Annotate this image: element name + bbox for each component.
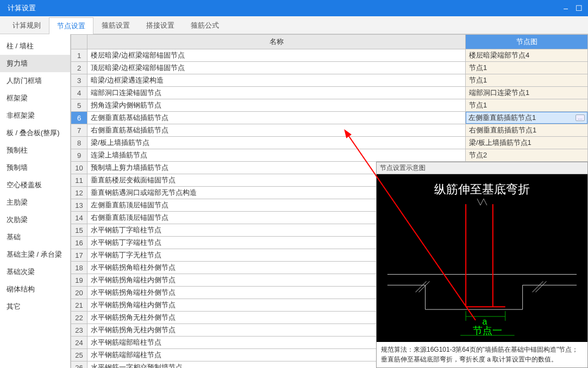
row-number: 11 [71,174,87,187]
sidebar-item-11[interactable]: 基础 [0,229,70,246]
cell-name[interactable]: 顶层暗梁/边框梁端部锚固节点 [87,62,466,74]
tabs-bar: 计算规则节点设置箍筋设置搭接设置箍筋公式 [0,16,588,34]
row-number: 18 [71,262,87,274]
cell-node[interactable]: 节点1 [466,99,588,112]
cell-editor[interactable]: 左侧垂直筋插筋节点1… [466,112,587,124]
cell-node[interactable]: 节点2 [466,149,588,162]
diagram-title: 节点设置示意图 [377,162,587,174]
sidebar-item-5[interactable]: 板 / 叠合板(整厚) [0,124,70,142]
table-row[interactable]: 9连梁上墙插筋节点节点2 [71,149,588,162]
sidebar-item-9[interactable]: 主肋梁 [0,194,70,211]
row-number: 7 [71,124,87,137]
row-number: 25 [71,349,87,361]
row-number: 20 [71,287,87,299]
sidebar-item-10[interactable]: 次肋梁 [0,211,70,229]
row-number: 15 [71,224,87,237]
table-row[interactable]: 1楼层暗梁/边框梁端部锚固节点楼层暗梁端部节点4 [71,49,588,62]
row-number: 2 [71,62,87,74]
sidebar-item-14[interactable]: 砌体结构 [0,281,70,298]
cell-node[interactable]: 梁/板上墙插筋节点1 [466,137,588,149]
row-number: 8 [71,137,87,149]
cell-node[interactable]: 节点1 [466,62,588,74]
row-number: 12 [71,187,87,199]
row-number: 6 [71,112,87,124]
row-number: 3 [71,74,87,87]
row-number: 10 [71,162,87,174]
cell-node[interactable]: 端部洞口连梁节点1 [466,87,588,99]
tab-3[interactable]: 搭接设置 [138,17,183,34]
cell-name[interactable]: 楼层暗梁/边框梁端部锚固节点 [87,49,466,62]
row-number: 14 [71,212,87,224]
sidebar-item-13[interactable]: 基础次梁 [0,263,70,281]
sidebar-item-15[interactable]: 其它 [0,298,70,315]
sidebar-item-8[interactable]: 空心楼盖板 [0,176,70,194]
sidebar-item-3[interactable]: 框架梁 [0,90,70,107]
cell-name[interactable]: 拐角连梁内侧钢筋节点 [87,99,466,112]
row-number: 23 [71,324,87,337]
cell-name[interactable]: 右侧垂直筋基础插筋节点 [87,124,466,137]
sidebar-item-2[interactable]: 人防门框墙 [0,72,70,90]
sidebar-item-0[interactable]: 柱 / 墙柱 [0,37,70,55]
row-number: 17 [71,249,87,262]
cell-node[interactable]: 左侧垂直筋插筋节点1… [466,112,588,124]
cell-name[interactable]: 暗梁/边框梁遇连梁构造 [87,74,466,87]
diagram-caption: 规范算法：来源16G101-3第64页的"墙插筋在基础中锚固构造"节点；垂直筋伸… [377,342,587,367]
maximize-button[interactable]: ☐ [576,4,583,12]
table-row[interactable]: 2顶层暗梁/边框梁端部锚固节点节点1 [71,62,588,74]
table-row[interactable]: 5拐角连梁内侧钢筋节点节点1 [71,99,588,112]
diagram-heading: 纵筋伸至基底弯折 [434,182,530,196]
tab-0[interactable]: 计算规则 [4,17,49,34]
row-number: 21 [71,299,87,312]
table-row[interactable]: 8梁/板上墙插筋节点梁/板上墙插筋节点1 [71,137,588,149]
diagram-svg: 纵筋伸至基底弯折 a 节点一 [377,174,587,342]
row-number: 16 [71,237,87,249]
cell-name[interactable]: 左侧垂直筋基础插筋节点 [87,112,466,124]
row-number: 22 [71,312,87,324]
minimize-button[interactable]: – [564,4,568,12]
sidebar-item-12[interactable]: 基础主梁 / 承台梁 [0,246,70,263]
window-controls: – ☐ [564,0,583,16]
cell-node[interactable]: 右侧垂直筋插筋节点1 [466,124,588,137]
cell-node[interactable]: 楼层暗梁端部节点4 [466,49,588,62]
row-number: 24 [71,337,87,349]
cell-editor-text: 左侧垂直筋插筋节点1 [468,113,536,123]
col-name-header: 名称 [87,35,466,49]
cell-name[interactable]: 连梁上墙插筋节点 [87,149,466,162]
sidebar-item-7[interactable]: 预制墙 [0,159,70,176]
diagram-pane: 节点设置示意图 纵筋伸至基底弯折 a 节点一 规范算法：来源16G101-3第6… [376,162,588,368]
tab-4[interactable]: 箍筋公式 [183,17,227,34]
tab-1[interactable]: 节点设置 [49,17,93,34]
table-row[interactable]: 4端部洞口连梁锚固节点端部洞口连梁节点1 [71,87,588,99]
row-number: 26 [71,361,87,369]
diagram-node-label: 节点一 [473,325,502,336]
row-number: 13 [71,199,87,212]
tab-2[interactable]: 箍筋设置 [93,17,138,34]
row-number: 1 [71,49,87,62]
row-number: 19 [71,274,87,287]
ellipsis-button[interactable]: … [576,115,585,121]
cell-name[interactable]: 端部洞口连梁锚固节点 [87,87,466,99]
sidebar-item-4[interactable]: 非框架梁 [0,107,70,124]
table-row[interactable]: 7右侧垂直筋基础插筋节点右侧垂直筋插筋节点1 [71,124,588,137]
sidebar: 柱 / 墙柱剪力墙人防门框墙框架梁非框架梁板 / 叠合板(整厚)预制柱预制墙空心… [0,34,71,368]
row-number: 4 [71,87,87,99]
row-number: 9 [71,149,87,162]
row-number: 5 [71,99,87,112]
cell-node[interactable]: 节点1 [466,74,588,87]
cell-name[interactable]: 梁/板上墙插筋节点 [87,137,466,149]
window-title: 计算设置 [8,3,36,13]
table-row[interactable]: 6左侧垂直筋基础插筋节点左侧垂直筋插筋节点1… [71,112,588,124]
col-node-header: 节点图 [466,35,588,49]
titlebar: 计算设置 – ☐ [0,0,588,16]
sidebar-item-6[interactable]: 预制柱 [0,142,70,159]
col-num-header [71,35,87,49]
table-row[interactable]: 3暗梁/边框梁遇连梁构造节点1 [71,74,588,87]
sidebar-item-1[interactable]: 剪力墙 [0,55,70,72]
